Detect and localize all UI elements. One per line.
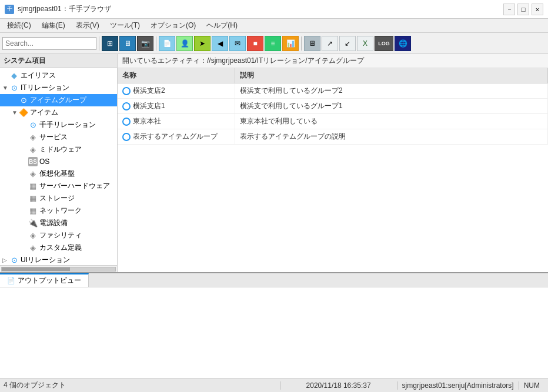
export-icon: ↗: [327, 39, 333, 48]
tree-item-custom[interactable]: ◈ カスタム定義: [0, 242, 117, 254]
tb-btn-light1[interactable]: ↗: [322, 36, 338, 51]
tb-btn-red[interactable]: ■: [247, 36, 263, 51]
tb-btn-envelope[interactable]: ✉: [229, 36, 246, 51]
row3-icon: [122, 118, 131, 126]
close-button[interactable]: ×: [532, 4, 543, 15]
serverhw-icon: ▦: [28, 182, 38, 191]
tb-btn-chart[interactable]: 📊: [282, 36, 299, 51]
itemgroup-label: アイテムグループ: [30, 95, 86, 105]
row4-desc: 表示するアイテムグループの説明: [235, 129, 548, 144]
power-label: 電源設備: [39, 218, 68, 228]
middleware-icon: ◈: [28, 145, 38, 155]
menu-edit[interactable]: 編集(E): [37, 19, 70, 32]
os-icon: BS: [28, 157, 38, 166]
horizontal-scrollbar[interactable]: [0, 265, 117, 272]
tree-item-os[interactable]: BS OS: [0, 156, 117, 167]
tree-item-network[interactable]: ▦ ネットワーク: [0, 205, 117, 217]
table-row[interactable]: 東京本社 東京本社で利用している: [118, 114, 548, 129]
serverhw-label: サーバーハードウェア: [39, 181, 110, 191]
bottom-area: 📄 アウトプットビュー: [0, 272, 548, 378]
tb-btn-light2[interactable]: ↙: [339, 36, 356, 51]
alias-icon: ◆: [9, 71, 19, 81]
tree-item-teshilire[interactable]: ⊙ 千手リレーション: [0, 119, 117, 131]
uirelation-icon: ⊙: [9, 256, 19, 265]
teshilire-icon: ⊙: [28, 120, 38, 130]
table-row[interactable]: 横浜支店2 横浜支で利用しているグループ2: [118, 83, 548, 99]
row2-desc: 横浜支で利用しているグループ1: [235, 99, 548, 113]
menu-view[interactable]: 表示(V): [71, 19, 104, 32]
tree-item-storage[interactable]: ▦ ストレージ: [0, 192, 117, 205]
tb-btn-log[interactable]: LOG: [375, 36, 393, 51]
service-icon: ◈: [28, 133, 38, 142]
toolbar-sep-1: [99, 36, 99, 51]
menu-bar: 接続(C) 編集(E) 表示(V) ツール(T) オプション(O) ヘルプ(H): [0, 19, 548, 33]
custom-icon: ◈: [28, 243, 38, 253]
row3-name: 東京本社: [118, 114, 235, 129]
tb-camera-button[interactable]: 📷: [137, 36, 153, 51]
tb-grid-button[interactable]: ⊞: [102, 36, 118, 51]
expand-item[interactable]: ▼: [12, 109, 19, 116]
table-row[interactable]: 表示するアイテムグループ 表示するアイテムグループの説明: [118, 129, 548, 145]
maximize-button[interactable]: □: [517, 4, 529, 15]
toolbar: ⊞ 🖥 📷 📄 👤 ➤ ◀ ✉ ■ ≡ 📊 🖥: [0, 33, 548, 54]
teshilire-label: 千手リレーション: [39, 120, 96, 130]
tb-btn-globe[interactable]: 🌐: [395, 36, 411, 51]
status-bar: 4 個のオブジェクト 2020/11/18 16:35:37 sjmgrjpea…: [0, 378, 548, 392]
tree-item-item[interactable]: ▼ 🔶 アイテム: [0, 106, 117, 119]
storage-icon: ▦: [28, 194, 38, 203]
tree-item-serverhw[interactable]: ▦ サーバーハードウェア: [0, 180, 117, 192]
tab-bar: 📄 アウトプットビュー: [0, 273, 548, 287]
tab-output[interactable]: 📄 アウトプットビュー: [0, 273, 89, 287]
col-desc-header: 説明: [235, 68, 548, 83]
tab-output-icon: 📄: [7, 277, 15, 284]
status-user: sjmgrjpeast01:senju[Administrators]: [397, 381, 519, 390]
status-num: NUM: [519, 381, 544, 390]
tb-btn-gray1[interactable]: 🖥: [304, 36, 320, 51]
facility-icon: ◈: [28, 231, 38, 240]
minimize-button[interactable]: －: [503, 4, 515, 15]
menu-options[interactable]: オプション(O): [146, 19, 201, 32]
arrow-icon: ➤: [199, 39, 205, 48]
tree-item-facility[interactable]: ◈ ファシリティ: [0, 229, 117, 242]
menu-connect[interactable]: 接続(C): [2, 19, 36, 32]
search-input[interactable]: [2, 37, 96, 50]
custom-label: カスタム定義: [39, 243, 82, 253]
tree-item-virtual[interactable]: ◈ 仮想化基盤: [0, 167, 117, 180]
tb-btn-excel[interactable]: X: [357, 36, 373, 51]
tree-item-alias[interactable]: ◆ エイリアス: [0, 69, 117, 82]
main-area: システム項目 ◆ エイリアス ▼ ⊙ ITリレーション ⊙: [0, 54, 548, 378]
menu-tools[interactable]: ツール(T): [105, 19, 145, 32]
import-icon: ↙: [345, 39, 350, 48]
tb-btn-blue-left[interactable]: ◀: [212, 36, 228, 51]
person-icon: 👤: [181, 39, 189, 48]
os-label: OS: [39, 158, 49, 166]
stop-icon: ■: [253, 39, 257, 48]
tb-monitor-button[interactable]: 🖥: [119, 36, 136, 51]
tree-item-uirelation[interactable]: ▷ ⊙ UIリレーション: [0, 254, 117, 265]
tb-btn-green-person[interactable]: 👤: [176, 36, 193, 51]
right-panel: 開いているエンティティ：//sjmgrjpeast01/ITリレーション/アイテ…: [118, 54, 548, 272]
col-name-header: 名称: [118, 68, 235, 83]
table-row[interactable]: 横浜支店1 横浜支で利用しているグループ1: [118, 99, 548, 114]
table-body[interactable]: 横浜支店2 横浜支で利用しているグループ2 横浜支店1 横浜支で利用しているグル…: [118, 83, 548, 272]
tree-item-middleware[interactable]: ◈ ミドルウェア: [0, 143, 117, 156]
list-icon: ≡: [270, 39, 275, 48]
expand-uirelation[interactable]: ▷: [2, 257, 9, 263]
tree-item-itrelation[interactable]: ▼ ⊙ ITリレーション: [0, 82, 117, 94]
tree-item-power[interactable]: 🔌 電源設備: [0, 217, 117, 229]
item-label: アイテム: [30, 108, 58, 118]
tree-item-itemgroup[interactable]: ⊙ アイテムグループ: [0, 94, 117, 106]
tree-item-service[interactable]: ◈ サービス: [0, 131, 117, 143]
doc-icon: 📄: [163, 39, 172, 48]
tb-btn-greenlines[interactable]: ≡: [265, 36, 281, 51]
table-header: 名称 説明: [118, 68, 548, 83]
menu-help[interactable]: ヘルプ(H): [202, 19, 242, 32]
h-scroll-track: [1, 267, 116, 272]
tree-area[interactable]: ◆ エイリアス ▼ ⊙ ITリレーション ⊙ アイテムグループ ▼: [0, 68, 117, 265]
storage-label: ストレージ: [39, 193, 75, 203]
tb-btn-lightblue-1[interactable]: 📄: [159, 36, 175, 51]
app-icon: 千: [5, 5, 14, 14]
tb-btn-olive[interactable]: ➤: [194, 36, 210, 51]
itrelation-label: ITリレーション: [21, 83, 69, 93]
expand-itrelation[interactable]: ▼: [2, 85, 9, 91]
